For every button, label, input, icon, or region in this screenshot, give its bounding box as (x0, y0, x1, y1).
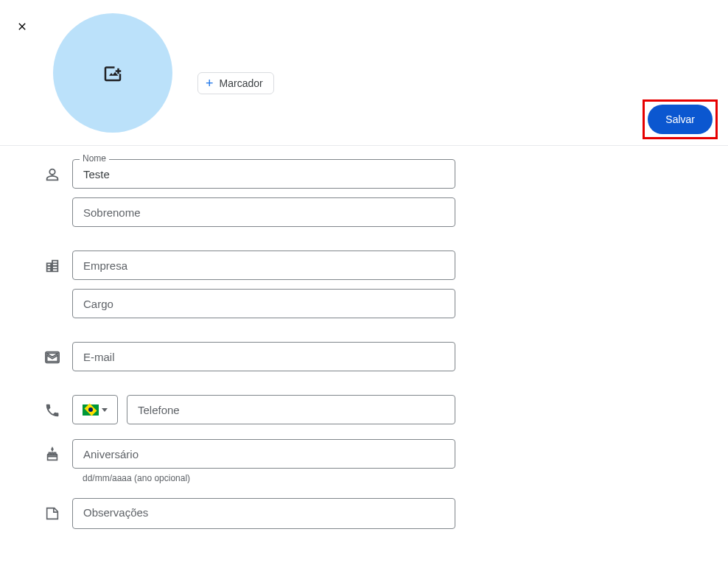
surname-input[interactable] (72, 197, 455, 227)
name-label: Nome (80, 153, 109, 164)
add-label-button[interactable]: + Marcador (197, 72, 274, 94)
phone-icon (44, 402, 60, 418)
name-section: Nome (44, 159, 728, 236)
close-icon (16, 21, 28, 32)
phone-country-select[interactable] (72, 395, 118, 424)
email-section (44, 342, 728, 380)
phone-input[interactable] (127, 395, 455, 424)
chevron-down-icon (102, 408, 108, 412)
phone-section (44, 395, 728, 424)
birthday-helper-text: dd/mm/aaaa (ano opcional) (83, 473, 455, 483)
building-icon (44, 258, 60, 274)
notes-input[interactable] (72, 498, 455, 529)
avatar-upload-button[interactable] (53, 13, 172, 133)
flag-brazil-icon (83, 404, 99, 416)
birthday-section: dd/mm/aaaa (ano opcional) (44, 439, 728, 483)
email-icon (44, 349, 60, 365)
cake-icon (44, 446, 60, 463)
save-highlight-box: Salvar (643, 99, 718, 139)
person-icon (44, 167, 60, 183)
add-image-icon (102, 62, 124, 84)
save-button[interactable]: Salvar (648, 105, 713, 134)
note-icon (44, 505, 60, 522)
birthday-input[interactable] (72, 439, 455, 469)
header-area: + Marcador Salvar (0, 0, 728, 146)
close-button[interactable] (13, 18, 31, 35)
plus-icon: + (206, 77, 214, 90)
company-input[interactable] (72, 251, 455, 280)
job-title-input[interactable] (72, 289, 455, 318)
email-input[interactable] (72, 342, 455, 371)
notes-section (44, 498, 728, 540)
form-area: Nome (0, 146, 728, 571)
company-section (44, 251, 728, 327)
add-label-text: Marcador (220, 77, 263, 89)
first-name-input[interactable] (72, 159, 455, 189)
avatar-container (53, 13, 172, 133)
